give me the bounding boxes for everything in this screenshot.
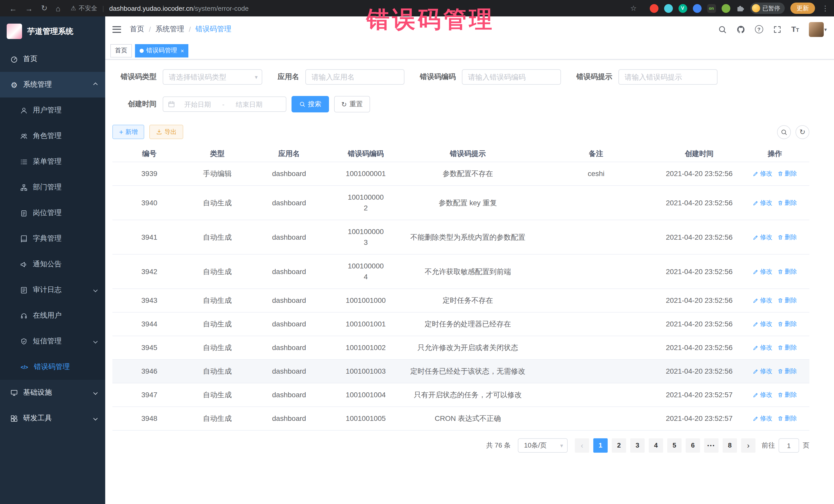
help-icon[interactable]: ? — [755, 25, 763, 34]
bookmark-star-icon[interactable]: ☆ — [630, 4, 637, 12]
sidebar-item-posts[interactable]: 岗位管理 — [0, 200, 105, 226]
filter-code: 错误码编码 — [420, 69, 561, 85]
delete-link[interactable]: 删除 — [777, 342, 797, 353]
cell-app: dashboard — [248, 407, 330, 430]
profile-paused-chip[interactable]: 已暂停 — [750, 3, 785, 14]
search-icon[interactable] — [718, 25, 726, 34]
shield-icon — [20, 337, 28, 345]
back-icon[interactable]: ← — [9, 4, 17, 13]
page-content: 错误码类型 ▾ 应用名 错误码编码 错误码提示 — [105, 60, 834, 453]
tab-error-code[interactable]: 错误码管理 × — [135, 44, 189, 57]
browser-update-button[interactable]: 更新 — [790, 3, 815, 14]
page-button-5[interactable]: 5 — [667, 438, 682, 453]
delete-link[interactable]: 删除 — [777, 197, 797, 208]
page-button-1[interactable]: 1 — [593, 438, 608, 453]
edit-link[interactable]: 修改 — [753, 390, 772, 400]
search-button[interactable]: 搜索 — [291, 96, 329, 112]
more-pages-button[interactable]: ••• — [704, 438, 719, 453]
page-button-3[interactable]: 3 — [630, 438, 644, 453]
delete-link[interactable]: 删除 — [777, 232, 797, 242]
delete-link[interactable]: 删除 — [777, 168, 797, 179]
document-icon — [20, 286, 28, 294]
sidebar-item-system[interactable]: ⚙ 系统管理 — [0, 72, 105, 97]
reset-button[interactable]: ↻ 重置 — [334, 96, 370, 112]
delete-link[interactable]: 删除 — [777, 266, 797, 277]
end-date-input[interactable] — [227, 100, 271, 108]
sidebar-item-devtools[interactable]: 研发工具 — [0, 406, 105, 431]
column-header: 错误码提示 — [402, 146, 534, 162]
font-size-icon[interactable]: TT — [791, 25, 799, 34]
page-size-select[interactable]: ▾ — [518, 438, 568, 453]
home-icon[interactable]: ⌂ — [56, 4, 60, 13]
sidebar-item-users[interactable]: 用户管理 — [0, 97, 105, 123]
page-button-8[interactable]: 8 — [723, 438, 737, 453]
edit-link[interactable]: 修改 — [753, 413, 772, 424]
toggle-search-button[interactable] — [777, 125, 791, 139]
address-bar[interactable]: dashboard.yudao.iocoder.cn/system/error-… — [109, 4, 249, 12]
goto-page-input[interactable] — [778, 438, 799, 453]
cell-type: 自动生成 — [186, 407, 248, 430]
edit-link[interactable]: 修改 — [753, 168, 772, 179]
extensions-puzzle-icon[interactable] — [736, 4, 744, 13]
edit-link[interactable]: 修改 — [753, 232, 772, 242]
tab-home[interactable]: 首页 — [110, 44, 132, 57]
delete-link[interactable]: 删除 — [777, 366, 797, 377]
extension-icon-on[interactable]: on — [707, 4, 716, 13]
page-button-6[interactable]: 6 — [686, 438, 700, 453]
sidebar-item-dict[interactable]: 字典管理 — [0, 226, 105, 251]
sidebar-item-menus[interactable]: 菜单管理 — [0, 149, 105, 175]
page-size-value[interactable] — [518, 438, 568, 453]
sidebar-item-audit-log[interactable]: 审计日志 — [0, 277, 105, 303]
user-menu[interactable]: ▾ — [809, 22, 827, 37]
extension-icon-leaf[interactable] — [721, 4, 730, 13]
edit-link[interactable]: 修改 — [753, 342, 772, 353]
sidebar-item-departments[interactable]: 部门管理 — [0, 175, 105, 200]
cell-remark — [534, 197, 658, 209]
page-button-2[interactable]: 2 — [612, 438, 626, 453]
edit-link[interactable]: 修改 — [753, 319, 772, 329]
table-row: 3939 手动编辑 dashboard 1001000001 参数配置不存在 c… — [112, 162, 809, 186]
extension-icon-blue[interactable] — [693, 4, 701, 13]
next-page-button[interactable]: › — [741, 438, 755, 453]
error-code-input[interactable] — [462, 69, 561, 85]
edit-link[interactable]: 修改 — [753, 197, 772, 208]
sidebar-item-notice[interactable]: 通知公告 — [0, 251, 105, 277]
add-button[interactable]: + 新增 — [112, 125, 144, 139]
refresh-table-button[interactable]: ↻ — [795, 125, 809, 139]
browser-menu-icon[interactable]: ⋮ — [822, 4, 829, 12]
start-date-input[interactable] — [176, 100, 219, 108]
type-select[interactable]: ▾ — [163, 69, 262, 85]
page-button-4[interactable]: 4 — [649, 438, 663, 453]
fullscreen-icon[interactable] — [773, 25, 782, 34]
forward-icon[interactable]: → — [25, 4, 33, 13]
close-icon[interactable]: × — [181, 47, 184, 53]
prev-page-button[interactable]: ‹ — [575, 438, 589, 453]
sidebar-item-home[interactable]: 首页 — [0, 46, 105, 72]
github-icon[interactable] — [736, 25, 745, 34]
error-hint-input[interactable] — [618, 69, 718, 85]
sidebar-item-online-users[interactable]: 在线用户 — [0, 303, 105, 328]
breadcrumb-system[interactable]: 系统管理 — [155, 25, 184, 34]
app-name-input[interactable] — [305, 69, 404, 85]
sidebar-item-error-code[interactable]: </> 错误码管理 — [0, 354, 105, 380]
collapse-sidebar-icon[interactable] — [112, 26, 121, 32]
sidebar-item-infra[interactable]: 基础设施 — [0, 380, 105, 406]
edit-link[interactable]: 修改 — [753, 266, 772, 277]
date-range-picker[interactable]: - — [163, 96, 286, 112]
extension-icon-teal[interactable] — [664, 4, 673, 13]
reload-icon[interactable]: ↻ — [41, 4, 47, 13]
type-select-input[interactable] — [163, 69, 262, 85]
edit-link[interactable]: 修改 — [753, 295, 772, 306]
delete-link[interactable]: 删除 — [777, 413, 797, 424]
breadcrumb-home[interactable]: 首页 — [130, 25, 144, 34]
security-indicator[interactable]: ⚠ 不安全 — [70, 4, 97, 13]
delete-link[interactable]: 删除 — [777, 390, 797, 400]
extension-icon-red[interactable] — [650, 4, 658, 13]
extension-icon-green-v[interactable]: V — [678, 4, 687, 13]
delete-link[interactable]: 删除 — [777, 319, 797, 329]
sidebar-item-sms[interactable]: 短信管理 — [0, 328, 105, 354]
delete-link[interactable]: 删除 — [777, 295, 797, 306]
export-button[interactable]: 导出 — [149, 125, 183, 139]
edit-link[interactable]: 修改 — [753, 366, 772, 377]
sidebar-item-roles[interactable]: 角色管理 — [0, 123, 105, 149]
